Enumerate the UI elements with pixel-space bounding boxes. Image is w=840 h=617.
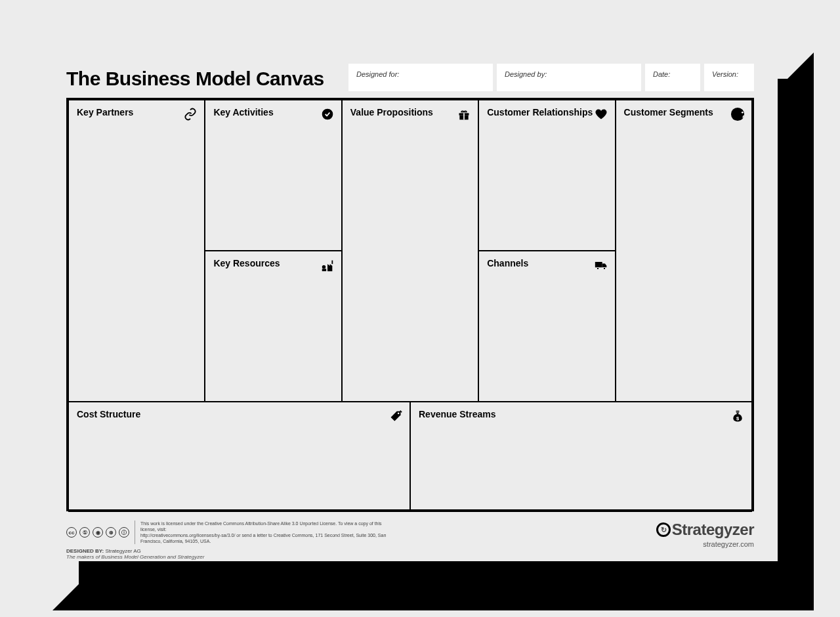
svg-rect-13 [736, 411, 739, 412]
cc-license-icons: cc ① ◉ ⊛ ⓘ [66, 527, 129, 538]
designed-by-credit: DESIGNED BY: Strategyzer AG [66, 548, 397, 554]
checkmark-circle-icon [320, 107, 335, 121]
cell-channels[interactable]: Channels [478, 251, 615, 402]
svg-rect-7 [595, 262, 602, 267]
factory-icon [320, 258, 335, 272]
person-circle-icon [730, 107, 745, 121]
cell-title: Key Resources [213, 258, 333, 268]
business-model-canvas: Key Partners Key Activities Key Resource… [66, 98, 754, 511]
canvas-page: The Business Model Canvas Designed for: … [43, 43, 778, 561]
link-icon [183, 107, 198, 121]
cell-key-resources[interactable]: Key Resources [205, 251, 341, 402]
strategyzer-logo: ↻Strategyzer [656, 521, 754, 539]
cell-customer-segments[interactable]: Customer Segments [616, 100, 752, 402]
cell-revenue-streams[interactable]: Revenue Streams $ [410, 402, 752, 512]
svg-rect-2 [322, 269, 326, 272]
cell-title: Key Activities [213, 107, 333, 117]
cell-title: Channels [487, 258, 606, 268]
cell-key-partners[interactable]: Key Partners [68, 100, 205, 402]
svg-point-12 [398, 413, 400, 415]
svg-point-1 [322, 265, 326, 269]
price-tag-icon [388, 409, 403, 423]
designed-by-box[interactable]: Designed by: [497, 64, 641, 91]
page-title: The Business Model Canvas [66, 64, 324, 90]
cell-value-propositions[interactable]: Value Propositions [342, 100, 478, 402]
date-box[interactable]: Date: [645, 64, 700, 91]
cell-cost-structure[interactable]: Cost Structure [68, 402, 410, 512]
makers-credit: The makers of Business Model Generation … [66, 554, 397, 560]
license-text: This work is licensed under the Creative… [135, 521, 397, 544]
svg-point-9 [603, 267, 605, 269]
cell-title: Key Partners [77, 107, 196, 117]
cell-customer-relationships[interactable]: Customer Relationships [478, 100, 615, 251]
logo-url: strategyzer.com [656, 540, 754, 548]
cell-key-activities[interactable]: Key Activities [205, 100, 341, 251]
cell-title: Customer Segments [624, 107, 744, 117]
svg-point-0 [322, 109, 333, 120]
cell-title: Value Propositions [350, 107, 470, 117]
heart-icon [594, 107, 608, 121]
svg-rect-6 [463, 113, 465, 119]
svg-point-8 [597, 267, 598, 269]
designed-for-box[interactable]: Designed for: [348, 64, 493, 91]
cell-title: Revenue Streams [419, 409, 744, 419]
svg-point-10 [731, 108, 744, 121]
money-bag-icon: $ [730, 409, 745, 423]
version-box[interactable]: Version: [704, 64, 754, 91]
truck-icon [594, 258, 608, 272]
svg-point-11 [742, 112, 744, 114]
svg-rect-3 [331, 261, 333, 265]
gift-icon [457, 107, 471, 121]
cell-title: Cost Structure [77, 409, 402, 419]
cell-title: Customer Relationships [487, 107, 606, 117]
